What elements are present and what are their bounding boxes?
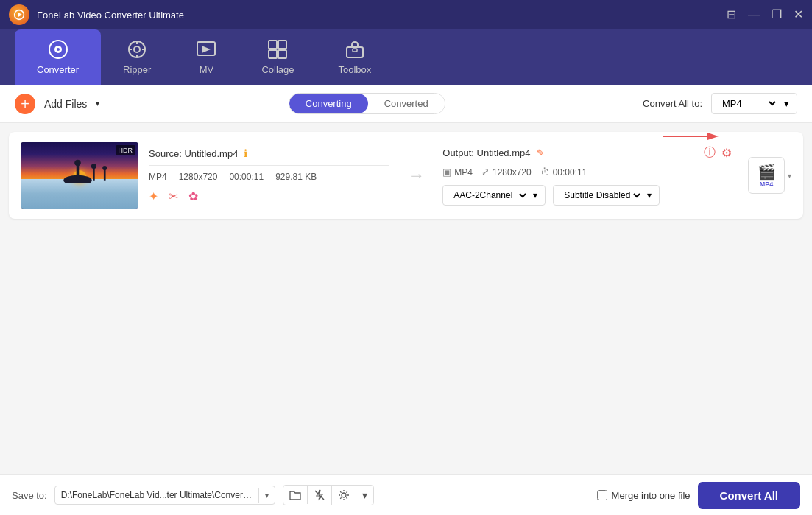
convert-all-to-label: Convert All to: [643, 98, 702, 109]
app-title: FoneLab Video Converter Ultimate [37, 10, 727, 21]
output-format-value: MP4 [454, 167, 473, 178]
file-item: HDR Source: Untitled.mp4 ℹ MP4 1280x720 … [9, 132, 803, 219]
settings-icon [338, 489, 350, 501]
arrow-section: → [400, 165, 432, 186]
cut-icon[interactable]: ✂ [169, 189, 178, 203]
file-info: Source: Untitled.mp4 ℹ MP4 1280x720 00:0… [149, 147, 389, 203]
info-icon[interactable]: ℹ [244, 147, 247, 159]
title-bar: FoneLab Video Converter Ultimate ⊟ — ❒ ✕ [0, 0, 812, 29]
tab-toolbox[interactable]: Toolbox [316, 29, 393, 85]
svg-point-4 [57, 48, 60, 51]
svg-rect-14 [269, 50, 277, 58]
subtitle-select[interactable]: Subtitle Disabled No Subtitle Add Subtit… [553, 185, 660, 206]
format-badge-expand-arrow[interactable]: ▾ [788, 172, 791, 180]
annotation-arrow [660, 129, 726, 144]
output-info-button[interactable]: ⓘ [704, 145, 716, 161]
meta-row: MP4 1280x720 00:00:11 929.81 KB [149, 172, 389, 182]
resolution-icon: ⤢ [481, 167, 490, 178]
svg-rect-13 [278, 41, 286, 49]
svg-point-24 [102, 166, 107, 170]
save-path-chevron[interactable]: ▾ [258, 488, 275, 503]
output-resolution-item: ⤢ 1280x720 [481, 167, 532, 178]
output-edit-icon[interactable]: ✎ [537, 147, 545, 158]
bottom-icon-group: ▾ [283, 485, 374, 505]
global-format-select[interactable]: MP4 MKV AVI MOV ▾ [711, 93, 797, 114]
tab-ripper[interactable]: Ripper [101, 29, 173, 85]
mode-tab-group: Converting Converted [289, 93, 445, 114]
format-icon: ▣ [442, 167, 451, 178]
caption-button[interactable]: ⊟ [727, 9, 736, 21]
global-format-dropdown[interactable]: MP4 MKV AVI MOV [719, 97, 778, 110]
effect-icon[interactable]: ✿ [188, 189, 198, 203]
settings-dropdown-button[interactable]: ▾ [356, 486, 373, 505]
window-controls: ⊟ — ❒ ✕ [727, 9, 803, 21]
audio-channel-dropdown[interactable]: AAC-2Channel AAC-Stereo MP3-Stereo [451, 189, 529, 201]
toolbar: + Add Files ▾ Converting Converted Conve… [0, 85, 812, 123]
thumbnail-label: HDR [116, 145, 136, 155]
format-badge-text: MP4 [760, 181, 774, 188]
converted-tab[interactable]: Converted [368, 94, 445, 113]
duration-tag: 00:00:11 [229, 172, 264, 182]
merge-checkbox-group: Merge into one file [597, 490, 691, 501]
output-settings-button[interactable]: ⚙ [721, 146, 732, 160]
output-section: Output: Untitled.mp4 ✎ ⓘ ⚙ ▣ MP4 [442, 145, 732, 206]
output-top-row: Output: Untitled.mp4 ✎ ⓘ ⚙ [442, 145, 732, 161]
divider [149, 165, 389, 166]
source-label: Source: Untitled.mp4 [149, 148, 238, 159]
format-badge[interactable]: 🎬 MP4 [748, 157, 785, 194]
save-path-text: D:\FoneLab\FoneLab Vid...ter Ultimate\Co… [55, 486, 258, 504]
merge-label[interactable]: Merge into one file [612, 490, 691, 501]
video-thumbnail: HDR [21, 142, 138, 209]
output-duration-value: 00:00:11 [553, 167, 587, 178]
bottom-bar: Save to: D:\FoneLab\FoneLab Vid...ter Ul… [0, 474, 812, 515]
folder-icon [289, 490, 301, 500]
app-logo [9, 4, 29, 25]
close-button[interactable]: ✕ [794, 9, 803, 21]
add-files-label: Add Files [44, 98, 87, 110]
svg-rect-15 [278, 50, 286, 58]
clock-icon: ⏱ [540, 167, 550, 178]
converting-tab[interactable]: Converting [289, 94, 368, 113]
tab-ripper-label: Ripper [123, 64, 151, 75]
tab-toolbox-label: Toolbox [338, 64, 371, 75]
tab-converter-label: Converter [37, 64, 79, 75]
main-content: HDR Source: Untitled.mp4 ℹ MP4 1280x720 … [0, 123, 812, 474]
svg-rect-12 [269, 41, 277, 49]
save-path-selector[interactable]: D:\FoneLab\FoneLab Vid...ter Ultimate\Co… [54, 486, 275, 505]
svg-marker-26 [707, 133, 719, 140]
resolution-tag: 1280x720 [179, 172, 218, 182]
enhance-icon[interactable]: ✦ [149, 189, 158, 203]
convert-all-button[interactable]: Convert All [698, 482, 800, 509]
format-dropdown-arrow: ▾ [784, 98, 789, 109]
add-files-plus-button[interactable]: + [15, 94, 35, 114]
add-files-dropdown-arrow[interactable]: ▾ [96, 99, 99, 108]
flash-off-button[interactable] [308, 486, 332, 505]
svg-rect-17 [353, 49, 357, 52]
format-badge-icon: 🎬 [758, 163, 776, 181]
tab-mv[interactable]: MV [173, 29, 239, 85]
save-to-label: Save to: [12, 490, 47, 501]
filesize-tag: 929.81 KB [275, 172, 317, 182]
tab-converter[interactable]: Converter [15, 29, 101, 85]
nav-tabs: Converter Ripper MV Collage [0, 29, 812, 85]
settings-group-button[interactable] [332, 486, 356, 505]
svg-point-29 [342, 493, 346, 497]
convert-arrow-icon: → [407, 165, 425, 186]
subtitle-dropdown[interactable]: Subtitle Disabled No Subtitle Add Subtit… [561, 189, 643, 201]
svg-point-20 [74, 159, 81, 166]
tab-collage[interactable]: Collage [239, 29, 316, 85]
output-duration-item: ⏱ 00:00:11 [540, 167, 587, 178]
output-actions: ⓘ ⚙ [704, 145, 732, 161]
output-label: Output: Untitled.mp4 [442, 147, 530, 158]
output-meta-row: ▣ MP4 ⤢ 1280x720 ⏱ 00:00:11 [442, 167, 732, 178]
minimize-button[interactable]: — [748, 9, 760, 21]
merge-checkbox-input[interactable] [597, 490, 607, 500]
audio-dropdown-arrow: ▾ [533, 190, 537, 200]
audio-channel-select[interactable]: AAC-2Channel AAC-Stereo MP3-Stereo ▾ [442, 185, 546, 206]
svg-marker-1 [18, 13, 22, 17]
subtitle-dropdown-arrow: ▾ [647, 190, 652, 200]
open-folder-button[interactable] [283, 486, 308, 504]
action-icons: ✦ ✂ ✿ [149, 189, 389, 203]
maximize-button[interactable]: ❒ [772, 9, 782, 21]
source-row: Source: Untitled.mp4 ℹ [149, 147, 389, 159]
